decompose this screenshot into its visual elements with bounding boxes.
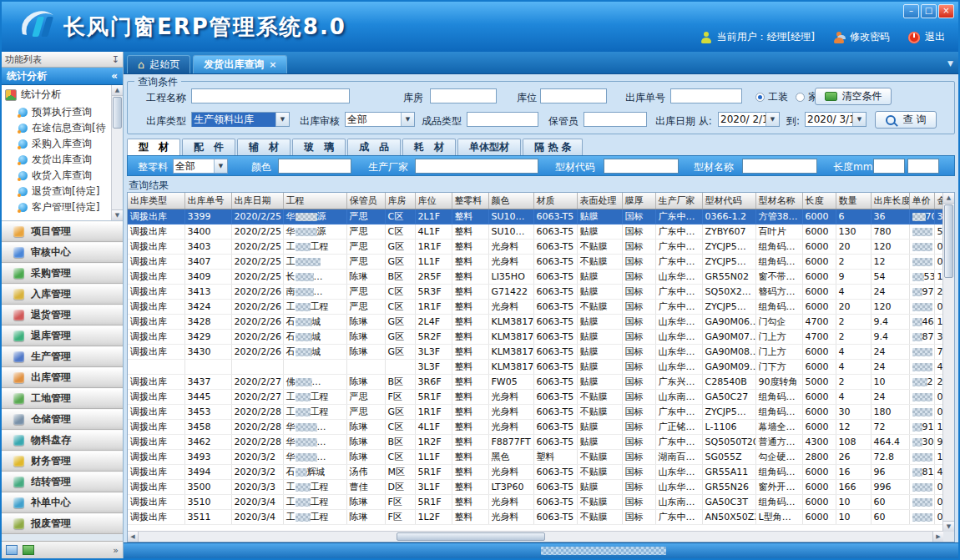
- material-tab[interactable]: 型 材: [127, 139, 180, 155]
- table-row[interactable]: 调拨出库34282020/2/26石城陈琳G区2L4F整料KLM38176063…: [128, 315, 943, 330]
- date-from-picker[interactable]: 2020/ 2/16 ▼: [718, 112, 780, 127]
- scroll-left-icon[interactable]: ◀: [128, 532, 139, 542]
- keeper-input[interactable]: [584, 112, 647, 127]
- material-tab[interactable]: 耗 材: [402, 139, 456, 155]
- length-min-input[interactable]: [873, 159, 905, 174]
- table-row[interactable]: 调拨出库34532020/2/28工工程严思G区1R1F整料光身料6063-T5…: [128, 405, 943, 420]
- horizontal-scroll-thumb[interactable]: [397, 532, 545, 541]
- tab-list-dropdown-icon[interactable]: ▼: [947, 59, 953, 68]
- sidebar-accordion-item[interactable]: 财务管理: [2, 451, 123, 472]
- column-header[interactable]: 颜色: [488, 193, 533, 209]
- tab-home[interactable]: ⌂ 起始页: [127, 55, 190, 73]
- column-header[interactable]: 出库日期: [231, 193, 283, 209]
- table-row[interactable]: 调拨出库34002020/2/25华源严思C区4L1F整料SU10…6063-T…: [128, 225, 943, 240]
- table-row[interactable]: 调拨出库34622020/2/28华…陈琳B区1R2F整料F8877FT6063…: [128, 435, 943, 450]
- tab-close-icon[interactable]: ×: [269, 59, 276, 70]
- scroll-down-icon[interactable]: ▼: [943, 521, 954, 532]
- tree-scrollbar-thumb[interactable]: [113, 97, 122, 129]
- column-header[interactable]: 单价: [909, 193, 934, 209]
- vertical-scroll-thumb[interactable]: [944, 204, 953, 278]
- column-header[interactable]: 材质: [533, 193, 577, 209]
- table-row[interactable]: 调拨出库35112020/3/4工工程陈琳F区1L2F整料光身料6063-T5不…: [128, 510, 943, 525]
- tree-item[interactable]: 预算执行查询: [2, 104, 123, 120]
- table-row[interactable]: 调拨出库34582020/2/28华…陈琳C区4L1F整料光身料6063-T5贴…: [128, 420, 943, 435]
- product-type-input[interactable]: [467, 112, 538, 127]
- material-tab[interactable]: 配 件: [182, 139, 235, 155]
- sidebar-accordion-item[interactable]: 项目管理: [2, 221, 123, 242]
- tree-item[interactable]: 收货入库查询: [2, 168, 123, 184]
- table-row[interactable]: 调拨出库34132020/2/26南…严思C区5R3F整料G714226063-…: [128, 285, 943, 300]
- column-header[interactable]: 保管员: [346, 193, 385, 209]
- tree-item[interactable]: 客户管理[待定]: [2, 199, 123, 215]
- material-tab[interactable]: 成 品: [347, 139, 401, 155]
- table-row[interactable]: 调拨出库33992020/2/25华源严思C区2L1F整料SU10…6063-T…: [128, 209, 943, 225]
- outbound-type-select[interactable]: 生产领料出库 ▼: [191, 112, 290, 127]
- tab-shipment-outbound-query[interactable]: 发货出库查询 ×: [193, 55, 287, 73]
- project-name-input[interactable]: [191, 88, 350, 103]
- scroll-up-icon[interactable]: ▲: [112, 85, 123, 96]
- sidebar-accordion-item[interactable]: 工地管理: [2, 388, 123, 409]
- table-row[interactable]: 调拨出库34302020/2/26石城陈琳G区3L3F整料KLM38176063…: [128, 345, 943, 360]
- table-row[interactable]: 调拨出库34032020/2/25工工程严思G区1R1F整料光身料6063-T5…: [128, 240, 943, 255]
- tree-scrollbar[interactable]: ▲ ▼: [111, 85, 123, 220]
- tree-item[interactable]: 发货出库查询: [2, 152, 123, 168]
- table-row[interactable]: 调拨出库34072020/2/25工严思G区1L1F整料光身料6063-T5不贴…: [128, 255, 943, 270]
- column-header[interactable]: 库房: [385, 193, 415, 209]
- column-header[interactable]: 型材代码: [702, 193, 755, 209]
- maker-input[interactable]: [415, 159, 538, 174]
- scroll-up-icon[interactable]: ▲: [943, 193, 954, 204]
- color-input[interactable]: [278, 159, 351, 174]
- overflow-chevron-icon[interactable]: »: [113, 545, 119, 556]
- sidebar-accordion-item[interactable]: 物料盘存: [2, 430, 123, 451]
- table-row[interactable]: 调拨出库34942020/3/2石辉城汤伟M区5R1F整料光身料6063-T5不…: [128, 465, 943, 480]
- tree-item[interactable]: 在途信息查询[待: [2, 120, 123, 136]
- column-header[interactable]: 长度: [802, 193, 836, 209]
- column-header[interactable]: 出库长度: [871, 193, 909, 209]
- tree-item[interactable]: 采购入库查询: [2, 136, 123, 152]
- minimize-button[interactable]: –: [903, 4, 919, 18]
- collapse-icon[interactable]: «: [111, 70, 118, 82]
- sidebar-accordion-item[interactable]: 退货管理: [2, 305, 123, 325]
- search-button[interactable]: 查 询: [875, 111, 937, 129]
- logout-link[interactable]: 退出: [925, 30, 945, 44]
- grid-vertical-scrollbar[interactable]: ▲ ▼: [942, 193, 954, 532]
- material-tab[interactable]: 隔 热 条: [523, 139, 583, 155]
- sidebar-accordion-item[interactable]: 报废管理: [2, 513, 123, 534]
- radio-workwear[interactable]: 工装: [755, 90, 788, 104]
- sidebar-accordion-item[interactable]: 仓储管理: [2, 409, 123, 430]
- location-input[interactable]: [540, 88, 607, 103]
- scroll-down-icon[interactable]: ▼: [112, 209, 123, 220]
- sidebar-group-statistics[interactable]: 统计分析 «: [2, 68, 123, 85]
- clear-conditions-button[interactable]: 清空条件: [815, 88, 892, 105]
- chart-icon[interactable]: [23, 545, 34, 555]
- column-header[interactable]: 表面处理: [577, 193, 622, 209]
- length-max-input[interactable]: [907, 159, 939, 174]
- date-to-picker[interactable]: 2020/ 3/16 ▼: [805, 112, 867, 127]
- monitor-icon[interactable]: [6, 545, 18, 555]
- column-header[interactable]: 整零料: [452, 193, 488, 209]
- scroll-right-icon[interactable]: ▶: [932, 532, 943, 542]
- close-button[interactable]: ×: [938, 4, 954, 18]
- pin-icon[interactable]: ↧: [112, 54, 119, 65]
- table-row[interactable]: 调拨出库34292020/2/26石城陈琳G区5R2F整料KLM38176063…: [128, 330, 943, 345]
- table-row[interactable]: 调拨出库35002020/3/3工工程曹佳D区3L1F整料LT3P606063-…: [128, 480, 943, 495]
- change-password-link[interactable]: 修改密码: [850, 30, 890, 44]
- table-row[interactable]: 调拨出库34372020/2/27佛…陈琳B区3R6F整料FW056063-T5…: [128, 375, 943, 390]
- table-row[interactable]: 调拨出库35102020/3/4工工程陈琳F区5R1F整料光身料6063-T5不…: [128, 495, 943, 510]
- column-header[interactable]: 库位: [415, 193, 452, 209]
- sidebar-accordion-item[interactable]: 结转管理: [2, 472, 123, 492]
- grid-horizontal-scrollbar[interactable]: ◀ ▶: [128, 531, 943, 542]
- order-no-input[interactable]: [670, 88, 742, 103]
- sidebar-accordion-item[interactable]: 采购管理: [2, 263, 123, 284]
- tree-item[interactable]: 退货查询[待定]: [2, 184, 123, 199]
- column-header[interactable]: 型材名称: [755, 193, 802, 209]
- column-header[interactable]: 出库单号: [184, 193, 231, 209]
- warehouse-input[interactable]: [430, 88, 497, 103]
- sidebar-accordion-item[interactable]: 退库管理: [2, 325, 123, 346]
- outbound-audit-select[interactable]: 全部 ▼: [345, 112, 415, 127]
- column-header[interactable]: 工程: [283, 193, 346, 209]
- table-row[interactable]: 3L3F整料KLM38176063-T5贴膜国标山东华…GA90M09…门下方6…: [128, 360, 943, 375]
- table-row[interactable]: 调拨出库34242020/2/26工工程严思C区1R1F整料光身料6063-T5…: [128, 300, 943, 315]
- material-tab[interactable]: 辅 材: [237, 139, 291, 155]
- sidebar-accordion-item[interactable]: 审核中心: [2, 242, 123, 263]
